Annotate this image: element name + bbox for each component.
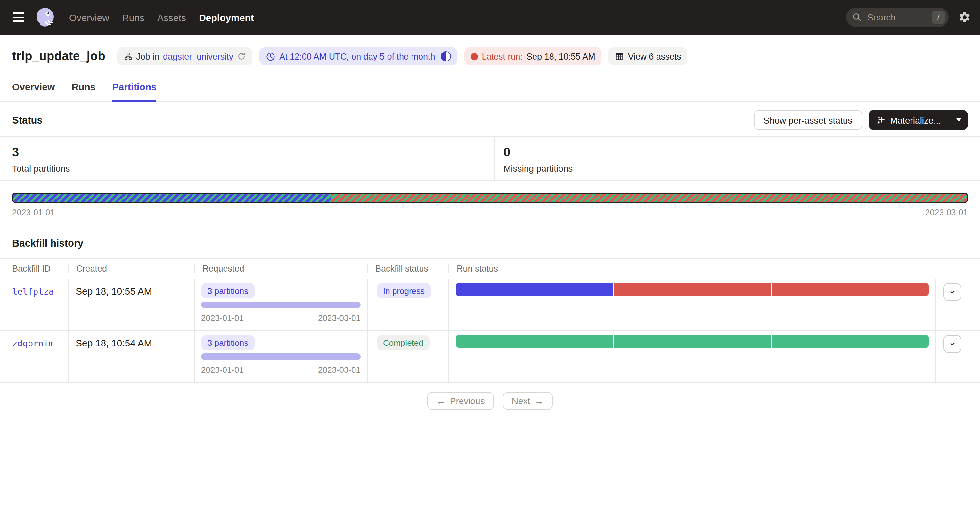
run-segment-failed[interactable] bbox=[772, 283, 929, 296]
run-status-bar[interactable] bbox=[456, 335, 929, 348]
top-nav-bar: Overview Runs Assets Deployment / bbox=[0, 0, 980, 35]
run-status-cell bbox=[449, 279, 935, 331]
asset-table-icon bbox=[615, 52, 624, 61]
materialize-dropdown-button[interactable] bbox=[949, 110, 968, 130]
latest-run-label: Latest run: bbox=[482, 52, 523, 61]
col-requested: Requested bbox=[194, 264, 367, 274]
missing-partitions-label: Missing partitions bbox=[503, 163, 980, 173]
status-badge: Completed bbox=[377, 335, 430, 350]
nav-item-runs[interactable]: Runs bbox=[121, 9, 146, 25]
table-row: zdqbrnim Sep 18, 10:54 AM 3 partitions 2… bbox=[0, 331, 980, 383]
arrow-left-icon: ← bbox=[436, 396, 445, 406]
chevron-down-icon bbox=[956, 118, 961, 122]
total-partitions-label: Total partitions bbox=[12, 163, 495, 173]
schedule-text: At 12:00 AM UTC, on day 5 of the month bbox=[279, 52, 435, 61]
stat-missing-partitions: 0 Missing partitions bbox=[495, 137, 980, 180]
backfill-id-link[interactable]: lelfptza bbox=[12, 286, 54, 296]
run-segment-failed[interactable] bbox=[614, 283, 770, 296]
gear-icon[interactable] bbox=[958, 11, 971, 24]
run-status-cell bbox=[449, 331, 935, 382]
search-icon bbox=[853, 13, 862, 22]
run-segment-success[interactable] bbox=[772, 335, 929, 348]
latest-run-pill: Latest run: Sep 18, 10:55 AM bbox=[465, 48, 602, 65]
partition-status-bar[interactable] bbox=[12, 193, 968, 203]
run-segment-success[interactable] bbox=[456, 335, 612, 348]
requested-range-bar bbox=[201, 353, 361, 360]
run-segment-success[interactable] bbox=[614, 335, 770, 348]
previous-page-button[interactable]: ← Previous bbox=[428, 392, 494, 410]
tab-partitions[interactable]: Partitions bbox=[112, 81, 156, 101]
run-status-dot bbox=[471, 53, 478, 60]
job-header: trip_update_job Job in dagster_universit… bbox=[12, 48, 968, 65]
dagster-logo[interactable] bbox=[35, 7, 56, 28]
job-dag-icon bbox=[123, 52, 132, 61]
next-page-button[interactable]: Next → bbox=[503, 392, 553, 410]
global-search[interactable]: / bbox=[846, 8, 949, 27]
job-tabs: Overview Runs Partitions bbox=[0, 81, 980, 102]
schedule-toggle[interactable] bbox=[441, 51, 451, 62]
backfill-id-cell: zdqbrnim bbox=[0, 331, 68, 382]
requested-cell: 3 partitions 2023-01-01 2023-03-01 bbox=[194, 331, 367, 382]
timeline-labels: 2023-01-01 2023-03-01 bbox=[12, 207, 968, 217]
schedule-pill: At 12:00 AM UTC, on day 5 of the month bbox=[259, 48, 457, 65]
backfill-status-cell: In progress bbox=[367, 279, 449, 331]
app-viewport: Overview Runs Assets Deployment / trip_u… bbox=[0, 0, 980, 520]
materialize-split-button: Materialize... bbox=[868, 110, 968, 130]
timeline-segment-mixed-inprogress[interactable] bbox=[13, 194, 331, 202]
nav-item-deployment[interactable]: Deployment bbox=[197, 9, 255, 25]
expand-cell bbox=[935, 331, 980, 382]
backfill-id-cell: lelfptza bbox=[0, 279, 68, 331]
materialize-button[interactable]: Materialize... bbox=[868, 110, 949, 130]
search-shortcut-badge: / bbox=[932, 11, 945, 24]
timeline-segment-mixed-failed[interactable] bbox=[331, 194, 967, 202]
backfill-id-link[interactable]: zdqbrnim bbox=[12, 338, 54, 348]
stat-total-partitions: 3 Total partitions bbox=[0, 137, 495, 180]
col-created: Created bbox=[68, 264, 194, 274]
clock-icon bbox=[266, 52, 275, 61]
view-assets-pill[interactable]: View 6 assets bbox=[609, 48, 687, 65]
col-backfill-id: Backfill ID bbox=[0, 264, 68, 274]
latest-run-time[interactable]: Sep 18, 10:55 AM bbox=[527, 52, 595, 61]
run-status-bar[interactable] bbox=[456, 283, 929, 296]
status-badge: In progress bbox=[377, 283, 431, 299]
view-assets-label: View 6 assets bbox=[628, 52, 681, 61]
partition-timeline: 2023-01-01 2023-03-01 bbox=[12, 193, 968, 217]
missing-partitions-value: 0 bbox=[503, 146, 980, 158]
repo-link[interactable]: dagster_university bbox=[163, 52, 233, 61]
sparkle-icon bbox=[876, 115, 886, 125]
created-cell: Sep 18, 10:54 AM bbox=[68, 331, 194, 382]
backfill-status-cell: Completed bbox=[367, 331, 449, 382]
hamburger-menu-icon[interactable] bbox=[13, 13, 24, 22]
timeline-end-label: 2023-03-01 bbox=[925, 207, 968, 217]
primary-nav: Overview Runs Assets Deployment bbox=[68, 9, 255, 25]
page-title: trip_update_job bbox=[12, 49, 105, 64]
expand-cell bbox=[935, 279, 980, 331]
partitions-count-pill[interactable]: 3 partitions bbox=[201, 335, 255, 350]
run-segment-in-progress[interactable] bbox=[456, 283, 612, 296]
tab-overview[interactable]: Overview bbox=[12, 81, 55, 101]
requested-range-labels: 2023-01-01 2023-03-01 bbox=[201, 313, 361, 323]
requested-range-bar bbox=[201, 302, 361, 308]
job-location-pill: Job in dagster_university bbox=[117, 48, 252, 65]
expand-row-button[interactable] bbox=[943, 283, 961, 301]
search-input[interactable] bbox=[866, 11, 924, 23]
partitions-count-pill[interactable]: 3 partitions bbox=[201, 283, 255, 299]
total-partitions-value: 3 bbox=[12, 146, 495, 158]
table-row: lelfptza Sep 18, 10:55 AM 3 partitions 2… bbox=[0, 279, 980, 331]
requested-cell: 3 partitions 2023-01-01 2023-03-01 bbox=[194, 279, 367, 331]
nav-item-assets[interactable]: Assets bbox=[156, 9, 187, 25]
refresh-icon[interactable] bbox=[237, 52, 246, 61]
show-per-asset-status-button[interactable]: Show per-asset status bbox=[754, 110, 862, 130]
requested-range-labels: 2023-01-01 2023-03-01 bbox=[201, 365, 361, 375]
job-location-label: Job in bbox=[136, 52, 159, 61]
materialize-label: Materialize... bbox=[890, 115, 941, 125]
backfill-table-header: Backfill ID Created Requested Backfill s… bbox=[0, 258, 980, 279]
expand-row-button[interactable] bbox=[943, 335, 961, 353]
partition-stats: 3 Total partitions 0 Missing partitions bbox=[0, 137, 980, 181]
nav-item-overview[interactable]: Overview bbox=[68, 9, 110, 25]
chevron-down-icon bbox=[949, 288, 956, 296]
arrow-right-icon: → bbox=[535, 396, 544, 406]
tab-runs[interactable]: Runs bbox=[72, 81, 95, 101]
pagination: ← Previous Next → bbox=[0, 392, 980, 410]
col-run-status: Run status bbox=[449, 264, 935, 274]
